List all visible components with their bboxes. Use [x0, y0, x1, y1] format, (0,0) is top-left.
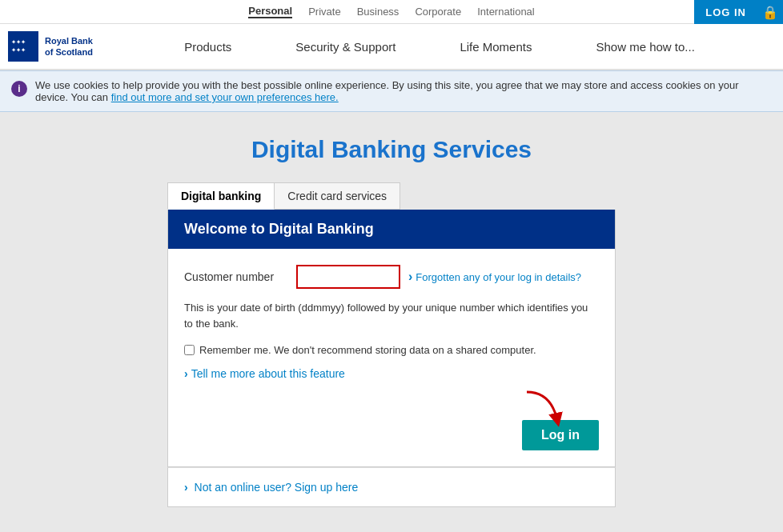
cookie-message: We use cookies to help provide you with … [35, 79, 772, 103]
login-row: Log in [168, 412, 615, 466]
forgotten-link-row: › Forgotten any of your log in details? [408, 270, 581, 284]
nav-business[interactable]: Business [357, 6, 400, 18]
lock-icon-area: 🔒 [757, 0, 783, 24]
nav-international[interactable]: International [477, 6, 535, 18]
lock-icon: 🔒 [762, 5, 778, 20]
page-content: Digital Banking Services Digital banking… [0, 112, 783, 531]
top-nav: Personal Private Business Corporate Inte… [0, 0, 783, 24]
customer-number-row: Customer number › Forgotten any of your … [184, 265, 599, 289]
remember-me-row: Remember me. We don't recommend storing … [184, 344, 599, 356]
hint-text: This is your date of birth (ddmmyy) foll… [184, 300, 599, 331]
form-area: Customer number › Forgotten any of your … [168, 249, 615, 412]
nav-products[interactable]: Products [184, 40, 231, 54]
remember-me-label: Remember me. We don't recommend storing … [199, 344, 536, 356]
welcome-title: Welcome to Digital Banking [184, 221, 599, 238]
remember-me-checkbox[interactable] [184, 345, 195, 355]
login-button[interactable]: LOG IN [694, 0, 757, 24]
login-btn-area: LOG IN 🔒 [694, 0, 783, 24]
log-in-button[interactable]: Log in [522, 420, 599, 450]
rbs-logo-icon: ✦✦✦ ✦✦✦ [8, 31, 38, 62]
forgotten-link[interactable]: Forgotten any of your log in details? [416, 271, 581, 283]
tab-digital-banking[interactable]: Digital banking [167, 182, 275, 210]
nav-show-me[interactable]: Show me how to... [596, 40, 694, 54]
tabs: Digital banking Credit card services [167, 182, 616, 210]
nav-corporate[interactable]: Corporate [415, 6, 461, 18]
tab-credit-card[interactable]: Credit card services [274, 182, 400, 210]
tell-more-chevron-icon: › [184, 367, 188, 380]
info-icon: i [11, 81, 27, 97]
nav-personal[interactable]: Personal [248, 5, 292, 18]
page-title: Digital Banking Services [251, 136, 532, 163]
svg-rect-0 [8, 31, 38, 62]
nav-life-moments[interactable]: Life Moments [460, 40, 532, 54]
tell-more-link[interactable]: › Tell me more about this feature [184, 367, 599, 380]
customer-number-input[interactable] [296, 265, 400, 289]
customer-number-label: Customer number [184, 270, 288, 283]
cookie-link[interactable]: find out more and set your own preferenc… [111, 91, 339, 103]
nav-private[interactable]: Private [308, 6, 340, 18]
signup-section: › Not an online user? Sign up here [167, 467, 616, 507]
svg-text:✦✦✦: ✦✦✦ [11, 39, 26, 45]
top-nav-links: Personal Private Business Corporate Inte… [248, 5, 535, 18]
logo-text: Royal Bank of Scotland [45, 35, 93, 58]
signup-link[interactable]: › Not an online user? Sign up here [184, 481, 358, 494]
tab-container: Digital banking Credit card services Wel… [167, 182, 616, 467]
tab-panel: Welcome to Digital Banking Customer numb… [167, 210, 616, 467]
cookie-bar: i We use cookies to help provide you wit… [0, 70, 783, 112]
signup-chevron-icon: › [184, 481, 188, 494]
main-nav: ✦✦✦ ✦✦✦ Royal Bank of Scotland Products … [0, 24, 783, 70]
nav-security-support[interactable]: Security & Support [295, 40, 396, 54]
logo-area: ✦✦✦ ✦✦✦ Royal Bank of Scotland [8, 31, 104, 62]
welcome-box: Welcome to Digital Banking [168, 210, 615, 249]
chevron-icon: › [408, 270, 412, 284]
main-nav-links: Products Security & Support Life Moments… [104, 40, 775, 54]
svg-text:✦✦✦: ✦✦✦ [11, 47, 26, 53]
